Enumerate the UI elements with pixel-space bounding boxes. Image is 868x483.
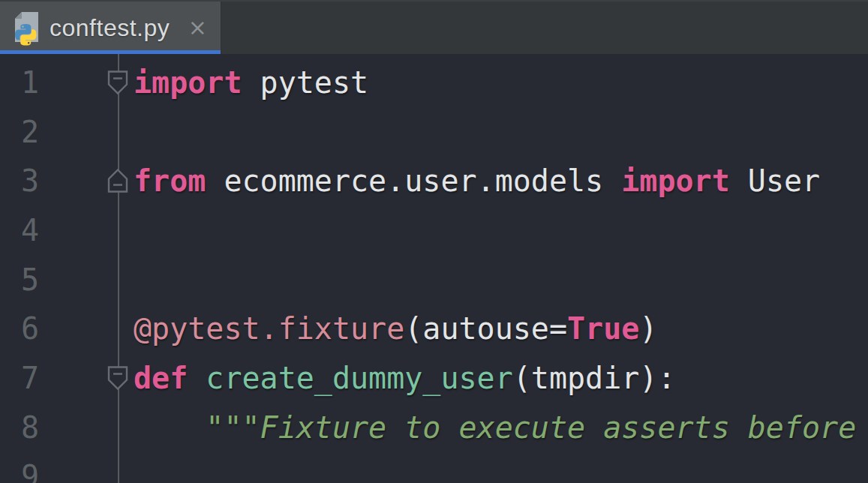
code-text: def create_dummy_user(tmpdir):	[134, 361, 676, 395]
code-editor[interactable]: 1import pytest23from ecommerce.user.mode…	[0, 54, 868, 483]
line-number[interactable]: 5	[0, 262, 39, 297]
token-plain	[188, 361, 206, 395]
editor-tab-bar: conftest.py ×	[0, 0, 868, 54]
token-docstring: """Fixture to execute asserts before	[206, 410, 856, 445]
line-number[interactable]: 3	[0, 164, 39, 198]
code-line: 4	[0, 206, 868, 255]
fold-collapse-up-icon[interactable]	[107, 169, 129, 194]
fold-column	[39, 304, 134, 353]
python-file-icon	[9, 9, 44, 46]
code-line: 6@pytest.fixture(autouse=True)	[0, 304, 868, 353]
tab-label: conftest.py	[50, 14, 170, 42]
token-keyword: True	[567, 311, 639, 346]
code-line: 7def create_dummy_user(tmpdir):	[0, 353, 868, 403]
line-number[interactable]: 9	[0, 459, 39, 483]
fold-column	[39, 107, 134, 157]
token-decorator: @pytest.fixture	[134, 311, 404, 346]
code-line: 3from ecommerce.user.models import User	[0, 156, 868, 206]
token-plain: User	[730, 164, 820, 198]
line-number[interactable]: 8	[0, 410, 39, 445]
code-text: """Fixture to execute asserts before	[134, 410, 856, 445]
token-keyword: from	[134, 164, 206, 198]
fold-column	[39, 403, 134, 452]
fold-collapse-down-icon[interactable]	[107, 70, 129, 94]
fold-column	[39, 255, 134, 304]
code-line: 5	[0, 255, 868, 304]
code-text: @pytest.fixture(autouse=True)	[134, 311, 657, 346]
line-number[interactable]: 7	[0, 361, 39, 395]
tab-conftest-py[interactable]: conftest.py ×	[0, 2, 221, 54]
code-lines: 1import pytest23from ecommerce.user.mode…	[0, 54, 868, 483]
code-line: 1import pytest	[0, 58, 868, 107]
token-plain: )	[639, 311, 657, 346]
code-line: 2	[0, 107, 868, 157]
token-plain	[134, 410, 206, 445]
fold-column	[39, 156, 134, 206]
fold-column	[39, 353, 134, 403]
token-plain: (autouse=	[404, 311, 567, 346]
line-number[interactable]: 1	[0, 65, 39, 100]
code-line: 8 """Fixture to execute asserts before	[0, 403, 868, 452]
token-keyword: import	[621, 164, 730, 198]
token-function: create_dummy_user	[206, 361, 512, 395]
fold-column	[39, 452, 134, 483]
fold-column	[39, 58, 134, 107]
token-keyword: import	[134, 65, 242, 100]
token-plain: ecommerce.user.models	[206, 164, 621, 198]
code-line: 9	[0, 452, 868, 483]
token-plain: pytest	[242, 65, 369, 100]
code-text: from ecommerce.user.models import User	[134, 164, 820, 198]
fold-collapse-down-icon[interactable]	[107, 365, 129, 390]
fold-column	[39, 206, 134, 255]
token-plain: (tmpdir):	[513, 361, 676, 395]
line-number[interactable]: 2	[0, 115, 39, 149]
line-number[interactable]: 4	[0, 213, 39, 248]
token-keyword: def	[134, 361, 188, 395]
close-tab-icon[interactable]: ×	[188, 16, 207, 39]
code-text: import pytest	[134, 65, 368, 100]
line-number[interactable]: 6	[0, 311, 39, 346]
